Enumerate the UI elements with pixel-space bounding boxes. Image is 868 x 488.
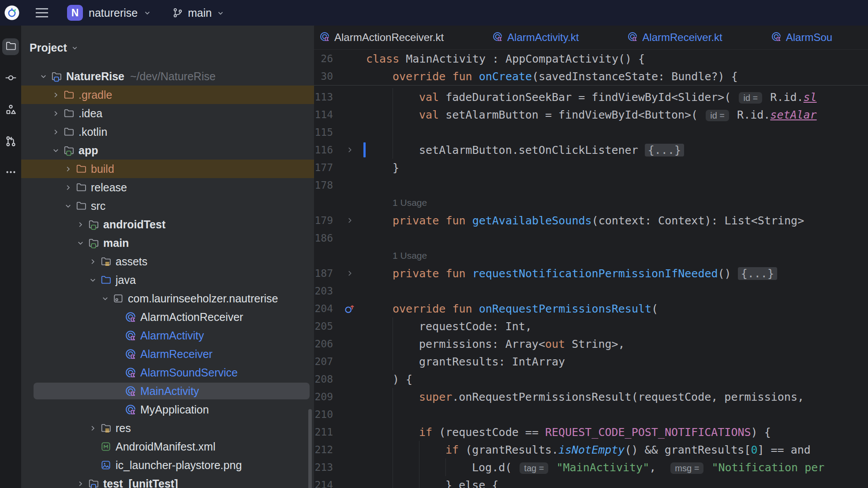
- code-text[interactable]: } else {: [366, 479, 498, 488]
- editor-tab-alarmsou[interactable]: AlarmSou: [771, 31, 832, 44]
- line-number[interactable]: 206: [314, 338, 333, 350]
- code-text[interactable]: override fun onRequestPermissionsResult(: [366, 302, 658, 315]
- chevron-right-icon[interactable]: [63, 183, 73, 192]
- chevron-right-icon[interactable]: [75, 220, 85, 229]
- code-text[interactable]: if (grantResults.isNotEmpty() && grantRe…: [366, 443, 811, 456]
- tree-item-alarmsoundservice[interactable]: AlarmSoundService: [21, 363, 314, 382]
- line-number[interactable]: 186: [314, 232, 333, 244]
- override-icon[interactable]: [333, 303, 366, 315]
- code-text[interactable]: private fun getAvailableSounds(context: …: [366, 214, 804, 227]
- chevron-right-icon[interactable]: [75, 479, 85, 488]
- chevron-down-icon[interactable]: [100, 294, 110, 303]
- tree-item-test[interactable]: test[unitTest]: [21, 474, 314, 488]
- branch-switcher[interactable]: main: [172, 7, 224, 19]
- line-number[interactable]: 213: [314, 462, 333, 473]
- line-number[interactable]: 178: [314, 179, 333, 191]
- editor-tab-alarmactivity-kt[interactable]: AlarmActivity.kt: [492, 31, 579, 44]
- line-number[interactable]: 209: [314, 391, 333, 402]
- usage-hint[interactable]: 1 Usage: [366, 250, 427, 261]
- chevron-right-icon[interactable]: [51, 90, 60, 100]
- tree-item-myapplication[interactable]: MyApplication: [21, 400, 314, 419]
- tree-item--kotlin[interactable]: .kotlin: [21, 123, 314, 141]
- code-text[interactable]: setAlarmButton.setOnClickListener {...}: [366, 144, 684, 156]
- line-number[interactable]: 205: [314, 320, 333, 332]
- tool-window-button-project[interactable]: [2, 38, 19, 55]
- code-text[interactable]: grantResults: IntArray: [366, 355, 565, 368]
- line-number[interactable]: 26: [314, 53, 333, 64]
- tool-window-button-more-tool-windows[interactable]: [2, 164, 19, 181]
- line-number[interactable]: 214: [314, 479, 333, 488]
- tree-item--idea[interactable]: .idea: [21, 104, 314, 123]
- line-number[interactable]: 177: [314, 162, 333, 173]
- line-number[interactable]: 207: [314, 356, 333, 367]
- line-number[interactable]: 204: [314, 303, 333, 314]
- folded-region[interactable]: {...}: [738, 267, 777, 280]
- fold-toggle-icon[interactable]: [333, 269, 366, 277]
- tree-item-ic-launcher-playstore-png[interactable]: ic_launcher-playstore.png: [21, 456, 314, 474]
- code-area[interactable]: 113val fadeDurationSeekBar = findViewByI…: [314, 86, 868, 488]
- fold-toggle-icon[interactable]: [333, 216, 366, 224]
- chevron-down-icon[interactable]: [51, 145, 60, 155]
- main-menu-button[interactable]: [35, 7, 49, 19]
- chevron-right-icon[interactable]: [51, 127, 60, 137]
- chevron-right-icon[interactable]: [51, 108, 60, 118]
- line-number[interactable]: 113: [314, 91, 333, 103]
- tree-item-java[interactable]: java: [21, 271, 314, 289]
- usage-hint[interactable]: 1 Usage: [366, 197, 427, 208]
- code-text[interactable]: if (requestCode == REQUEST_CODE_POST_NOT…: [366, 426, 771, 439]
- code-text[interactable]: ) {: [366, 373, 412, 386]
- code-text[interactable]: requestCode: Int,: [366, 320, 532, 333]
- line-number[interactable]: 187: [314, 268, 333, 279]
- tool-window-button-commit[interactable]: [2, 70, 19, 87]
- chevron-down-icon[interactable]: [75, 238, 85, 248]
- folded-region[interactable]: {...}: [645, 144, 684, 156]
- line-number[interactable]: 115: [314, 127, 333, 138]
- tree-item-androidtest[interactable]: androidTest: [21, 215, 314, 234]
- line-number[interactable]: 114: [314, 109, 333, 120]
- code-text[interactable]: Log.d( tag = "MainActivity", msg = "Noti…: [366, 461, 824, 474]
- tree-item-naturerise[interactable]: NatureRise~/dev/NatureRise: [21, 67, 314, 86]
- line-number[interactable]: 212: [314, 444, 333, 455]
- tree-item-build[interactable]: build: [21, 160, 314, 178]
- code-text[interactable]: val setAlarmButton = findViewById<Button…: [366, 108, 817, 121]
- chevron-right-icon[interactable]: [63, 164, 73, 174]
- chevron-down-icon[interactable]: [38, 71, 48, 81]
- tree-item-alarmreceiver[interactable]: AlarmReceiver: [21, 345, 314, 363]
- tree-item-alarmactivity[interactable]: AlarmActivity: [21, 326, 314, 345]
- code-text[interactable]: class MainActivity : AppCompatActivity()…: [366, 52, 645, 65]
- tree-item-src[interactable]: src: [21, 197, 314, 215]
- chevron-right-icon[interactable]: [88, 423, 97, 433]
- project-panel-header[interactable]: Project: [30, 41, 79, 54]
- code-text[interactable]: override fun onCreate(savedInstanceState…: [366, 70, 738, 83]
- line-number[interactable]: 116: [314, 144, 333, 156]
- editor-tab-alarmreceiver-kt[interactable]: AlarmReceiver.kt: [627, 31, 722, 44]
- tool-window-button-structure[interactable]: [2, 102, 19, 119]
- line-number[interactable]: 30: [314, 71, 333, 82]
- tree-item-com-laurinseeholzer-nautrerise[interactable]: com.laurinseeholzer.nautrerise: [21, 289, 314, 308]
- tree-item-main[interactable]: main: [21, 234, 314, 252]
- tree-item-androidmanifest-xml[interactable]: AndroidManifest.xml: [21, 437, 314, 456]
- tree-item-assets[interactable]: assets: [21, 252, 314, 271]
- code-text[interactable]: permissions: Array<out String>,: [366, 338, 625, 350]
- line-number[interactable]: 210: [314, 409, 333, 420]
- tree-item--gradle[interactable]: .gradle: [21, 86, 314, 104]
- chevron-down-icon[interactable]: [88, 275, 97, 285]
- line-number[interactable]: 208: [314, 373, 333, 385]
- tree-item-res[interactable]: res: [21, 419, 314, 437]
- code-text[interactable]: }: [366, 161, 399, 174]
- project-tree-scrollbar[interactable]: [308, 409, 312, 488]
- chevron-right-icon[interactable]: [88, 257, 97, 266]
- code-text[interactable]: super.onRequestPermissionsResult(request…: [366, 391, 804, 403]
- tree-item-alarmactionreceiver[interactable]: AlarmActionReceiver: [21, 308, 314, 326]
- code-text[interactable]: private fun requestNotificationPermissio…: [366, 267, 777, 280]
- editor-tab-alarmactionreceiver-kt[interactable]: AlarmActionReceiver.kt: [319, 31, 444, 44]
- tree-item-mainactivity[interactable]: MainActivity: [21, 382, 314, 400]
- chevron-down-icon[interactable]: [63, 201, 73, 211]
- tree-item-app[interactable]: app: [21, 141, 314, 160]
- line-number[interactable]: 203: [314, 285, 333, 297]
- line-number[interactable]: 211: [314, 426, 333, 438]
- project-switcher[interactable]: N naturerise: [67, 5, 151, 21]
- tree-item-release[interactable]: release: [21, 178, 314, 197]
- fold-toggle-icon[interactable]: [333, 146, 366, 154]
- tool-window-button-pull-requests[interactable]: [2, 134, 19, 150]
